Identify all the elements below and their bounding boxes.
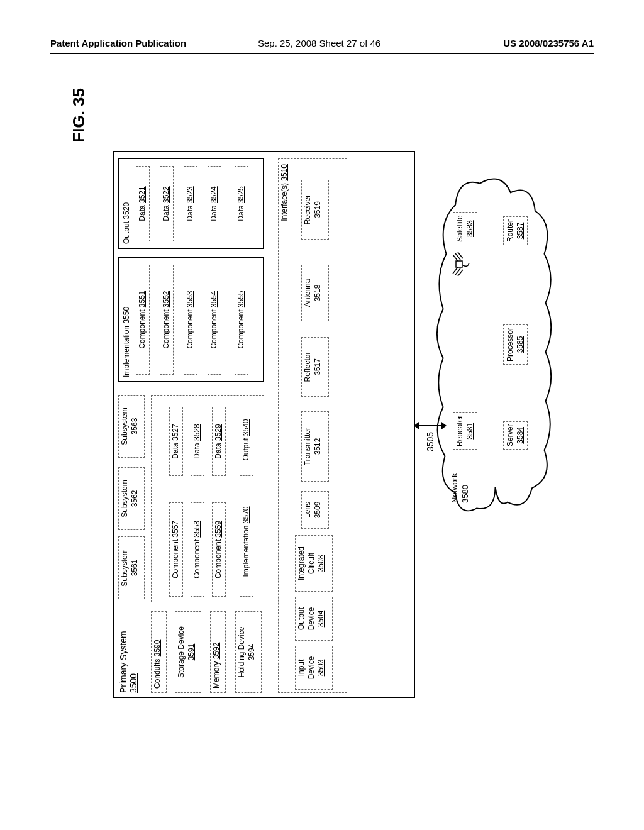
component-3554: Component 3554 xyxy=(208,265,221,375)
subsystem-3562: Subsystem3562 xyxy=(118,467,145,530)
component-3558: Component 3558 xyxy=(191,502,204,597)
component-3551: Component 3551 xyxy=(136,265,150,375)
component-3552: Component 3552 xyxy=(160,265,174,375)
server-3584: Server3584 xyxy=(503,421,528,450)
output-3520-box: Output 3520 Data 3521 Data 3522 Data 352… xyxy=(118,158,264,249)
reflector-3517: Reflector3517 xyxy=(301,337,329,397)
network-title: Network3580 xyxy=(450,473,471,503)
data-3525: Data 3525 xyxy=(235,166,248,241)
interfaces-3510-box: Interface(s) 3510 InputDevice3503 Output… xyxy=(278,158,347,693)
data-3522: Data 3522 xyxy=(160,166,174,241)
transmitter-3512: Transmitter3512 xyxy=(301,411,329,482)
integrated-circuit-3508: IntegratedCircuit3508 xyxy=(295,535,333,592)
output-device-3504: OutputDevice3504 xyxy=(295,597,333,641)
data-3521: Data 3521 xyxy=(136,166,150,241)
primary-system-box: Primary System 3500 Subsystem3561 Subsys… xyxy=(113,151,415,698)
figure-label: FIG. 35 xyxy=(69,88,89,143)
svg-rect-0 xyxy=(456,261,462,267)
data-3528: Data 3528 xyxy=(191,407,204,476)
output-3540: Output 3540 xyxy=(240,404,253,476)
component-3553: Component 3553 xyxy=(184,265,197,375)
header-publication: Patent Application Publication xyxy=(50,38,186,48)
antenna-3518: Antenna3518 xyxy=(301,265,329,321)
figure-35: FIG. 35 Primary System 3500 Subsystem356… xyxy=(44,182,597,660)
header-divider xyxy=(50,53,594,54)
implementation-3550-box: Implementation 3550 Component 3551 Compo… xyxy=(118,257,264,382)
component-3559: Component 3559 xyxy=(212,502,226,597)
implementation-3570: Implementation 3570 xyxy=(240,487,253,597)
repeater-3581: Repeater3581 xyxy=(453,412,477,450)
memory-box: Memory 3592 xyxy=(210,611,226,693)
data-3527: Data 3527 xyxy=(169,407,183,476)
data-3529: Data 3529 xyxy=(212,407,226,476)
holding-device-box: Holding Device3594 xyxy=(235,611,262,693)
header-pub-number: US 2008/0235756 A1 xyxy=(503,38,594,48)
lens-3509: Lens3509 xyxy=(301,491,329,529)
data-3524: Data 3524 xyxy=(208,166,221,241)
satellite-3583: Satellite3583 xyxy=(453,212,477,245)
header-date-sheet: Sep. 25, 2008 Sheet 27 of 46 xyxy=(258,38,380,48)
conduits-box: Conduits 3590 xyxy=(151,611,167,693)
component-3555: Component 3555 xyxy=(235,265,248,375)
mid-dashed-region: Component 3557 Component 3558 Component … xyxy=(151,395,264,602)
input-device-3503: InputDevice3503 xyxy=(295,646,333,690)
storage-device-box: Storage Device3591 xyxy=(175,611,201,693)
satellite-icon xyxy=(447,252,472,277)
processor-3585: Processor3585 xyxy=(503,324,528,365)
subsystem-3563: Subsystem3563 xyxy=(118,395,145,458)
subsystem-3561: Subsystem3561 xyxy=(118,536,145,599)
data-3523: Data 3523 xyxy=(184,166,197,241)
receiver-3519: Receiver3519 xyxy=(301,180,329,240)
network-cloud: Network3580 Repeater3581 xyxy=(434,182,560,522)
component-3557: Component 3557 xyxy=(169,502,183,597)
router-3587: Router3587 xyxy=(503,216,528,245)
